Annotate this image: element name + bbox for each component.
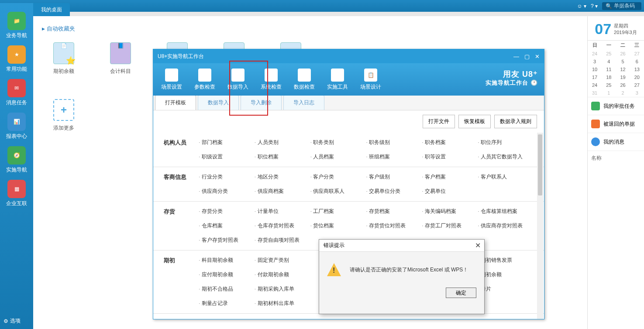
- nav-report[interactable]: 📊报表中心: [3, 113, 30, 140]
- close-icon[interactable]: ✕: [475, 241, 481, 250]
- returned-docs[interactable]: 被退回的单据: [588, 115, 644, 133]
- calendar-day[interactable]: 3: [588, 58, 602, 65]
- calendar-day[interactable]: 17: [588, 73, 602, 81]
- nav-message[interactable]: ✉消息任务: [3, 79, 30, 106]
- link-item[interactable]: 职务档案: [422, 139, 478, 146]
- tab-open-template[interactable]: 打开模板: [155, 95, 196, 110]
- link-item[interactable]: 存货自由项对照表: [255, 236, 310, 244]
- calendar-day[interactable]: 27: [630, 50, 644, 58]
- link-item[interactable]: 交易单位: [422, 188, 478, 195]
- tb-data-import[interactable]: ⬇数据导入: [226, 69, 250, 91]
- calendar-day[interactable]: 25: [602, 50, 616, 58]
- link-item[interactable]: 存货分类: [199, 208, 255, 215]
- link-item[interactable]: 人员其它数据导入: [478, 153, 534, 161]
- link-item[interactable]: 期初不合格品: [199, 285, 255, 293]
- link-item[interactable]: 应付期初余额: [199, 271, 255, 278]
- calendar-day[interactable]: 2: [616, 89, 630, 97]
- tb-scene-design[interactable]: 📋场景设计: [358, 69, 383, 91]
- calendar-day[interactable]: 25: [602, 81, 616, 89]
- calendar-day[interactable]: 11: [602, 65, 616, 73]
- tab-data-import[interactable]: 数据导入: [198, 95, 239, 110]
- link-item[interactable]: 人员档案: [310, 153, 366, 161]
- auto-favorites[interactable]: 自动收藏夹: [42, 25, 75, 33]
- minimize-icon[interactable]: ―: [513, 53, 519, 60]
- desktop-tab[interactable]: 我的桌面: [33, 3, 70, 16]
- barcode-search[interactable]: 🔍 单据条码: [602, 2, 641, 10]
- desktop-icon-opening-balance[interactable]: 📄⭐期初余额: [46, 42, 81, 75]
- tb-param-check[interactable]: ✔参数检查: [193, 69, 217, 91]
- calendar-day[interactable]: 19: [616, 73, 630, 81]
- link-item[interactable]: 人员类别: [255, 139, 310, 146]
- link-item[interactable]: 仓库存货对照表: [255, 222, 310, 230]
- my-approval-tasks[interactable]: 我的审批任务: [588, 97, 644, 115]
- link-item[interactable]: 货位档案: [310, 222, 366, 230]
- link-item[interactable]: 存货工厂对照表: [422, 222, 478, 230]
- calendar-table[interactable]: 日一二三 24252627345610111213171819202425262…: [588, 40, 644, 97]
- link-item[interactable]: 客户存货对照表: [199, 236, 255, 244]
- btn-entry-rules[interactable]: 数据录入规则: [494, 115, 537, 128]
- link-item[interactable]: 期初销售发票: [478, 257, 534, 264]
- link-item[interactable]: 期初余额: [478, 271, 534, 278]
- link-item[interactable]: 仓库档案: [199, 222, 255, 230]
- tab-import-delete[interactable]: 导入删除: [241, 95, 282, 110]
- link-item[interactable]: 海关编码档案: [422, 208, 478, 215]
- link-item[interactable]: 班组档案: [366, 153, 422, 161]
- link-item[interactable]: 交易单位分类: [366, 188, 422, 195]
- my-messages[interactable]: 我的消息: [588, 133, 644, 151]
- link-item[interactable]: 期初材料出库单: [255, 300, 310, 307]
- link-item[interactable]: 卡片: [478, 285, 534, 293]
- calendar-day[interactable]: 27: [630, 81, 644, 89]
- link-item[interactable]: 供应商分类: [199, 188, 255, 195]
- nav-common[interactable]: ★常用功能: [3, 45, 30, 73]
- nav-impl[interactable]: 🧭实施导航: [3, 146, 30, 174]
- calendar-day[interactable]: 4: [602, 58, 616, 65]
- calendar-day[interactable]: 13: [630, 65, 644, 73]
- link-item[interactable]: 期初采购入库单: [255, 285, 310, 293]
- maximize-icon[interactable]: ▢: [524, 53, 530, 60]
- calendar-day[interactable]: 24: [588, 50, 602, 58]
- link-item[interactable]: 客户档案: [422, 173, 478, 181]
- link-item[interactable]: 工厂档案: [310, 208, 366, 215]
- calendar-day[interactable]: 5: [616, 58, 630, 65]
- link-item[interactable]: 地区分类: [255, 173, 310, 181]
- close-icon[interactable]: ✕: [535, 53, 540, 60]
- calendar-day[interactable]: 26: [616, 81, 630, 89]
- smiley-icon[interactable]: ☺ ▾: [577, 3, 586, 9]
- calendar-day[interactable]: 24: [588, 81, 602, 89]
- link-item[interactable]: 供应商存货对照表: [478, 222, 534, 230]
- link-item[interactable]: 仓库核算组档案: [478, 208, 534, 215]
- ok-button[interactable]: 确定: [446, 288, 476, 298]
- link-item[interactable]: 客户级别: [366, 173, 422, 181]
- desktop-icon-account-subject[interactable]: 📘会计科目: [103, 42, 138, 75]
- link-item[interactable]: 行业分类: [199, 173, 255, 181]
- btn-open-file[interactable]: 打开文件: [423, 115, 455, 128]
- tb-data-check[interactable]: 🗄数据检查: [292, 69, 317, 91]
- link-item[interactable]: 客户联系人: [478, 173, 534, 181]
- link-item[interactable]: 付款期初余额: [255, 271, 310, 278]
- help-icon[interactable]: ? ▾: [591, 3, 598, 9]
- calendar-day[interactable]: 12: [616, 65, 630, 73]
- link-item[interactable]: 部门档案: [199, 139, 255, 146]
- tab-import-log[interactable]: 导入日志: [283, 95, 324, 110]
- scrollbar[interactable]: [537, 133, 543, 319]
- nav-options[interactable]: ⚙选项: [3, 317, 21, 325]
- link-item[interactable]: 职务类别: [310, 139, 366, 146]
- link-item[interactable]: 计量单位: [255, 208, 310, 215]
- link-item[interactable]: 存货货位对照表: [366, 222, 422, 230]
- scrollbar-thumb[interactable]: [538, 134, 542, 195]
- link-item[interactable]: 剩量占记录: [199, 300, 255, 307]
- calendar-day[interactable]: 31: [588, 89, 602, 97]
- nav-enterprise[interactable]: ▦企业互联: [3, 180, 30, 207]
- calendar-day[interactable]: 10: [588, 65, 602, 73]
- tb-impl-tool[interactable]: 🛠实施工具: [325, 69, 350, 91]
- tb-scene-setting[interactable]: ⚙场景设置: [159, 69, 184, 91]
- calendar-day[interactable]: 3: [630, 89, 644, 97]
- link-item[interactable]: 职位档案: [255, 153, 310, 161]
- link-item[interactable]: 职级设置: [199, 153, 255, 161]
- link-item[interactable]: 供应商联系人: [310, 188, 366, 195]
- calendar-day[interactable]: 1: [602, 89, 616, 97]
- link-item[interactable]: 存货档案: [366, 208, 422, 215]
- calendar-day[interactable]: 26: [616, 50, 630, 58]
- link-item[interactable]: 职位序列: [478, 139, 534, 146]
- link-item[interactable]: 供应商档案: [255, 188, 310, 195]
